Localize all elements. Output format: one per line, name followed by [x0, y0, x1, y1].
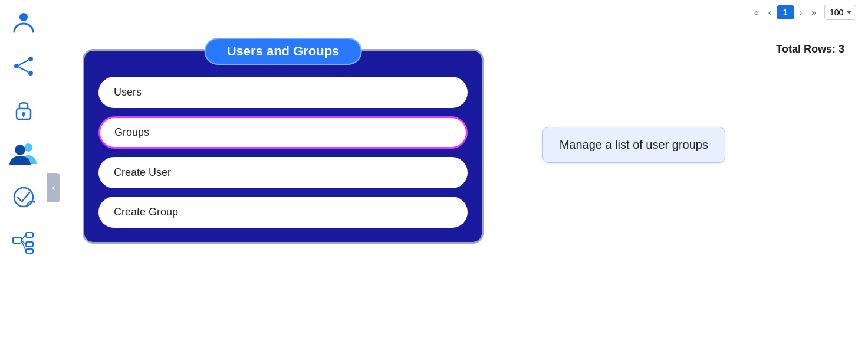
next-page-button[interactable]: ›: [796, 5, 806, 19]
svg-point-8: [24, 143, 32, 152]
content-area: Total Rows: 3 ‹ Users and Groups Users G…: [47, 25, 868, 350]
svg-point-6: [22, 112, 25, 116]
svg-line-16: [21, 235, 26, 240]
svg-point-1: [28, 57, 33, 61]
svg-rect-12: [13, 237, 21, 243]
top-bar: « ‹ 1 › » 10 25 50 100: [47, 0, 868, 25]
svg-point-9: [15, 145, 25, 155]
svg-point-2: [28, 71, 33, 76]
svg-line-4: [19, 67, 28, 72]
menu-card-title: Users and Groups: [205, 38, 362, 65]
menu-card-wrapper: Users and Groups Users Groups Manage a l…: [83, 49, 484, 244]
sidebar-item-user[interactable]: [7, 6, 40, 39]
svg-rect-15: [26, 249, 33, 253]
page-size-select[interactable]: 10 25 50 100: [824, 5, 856, 20]
total-rows-label: Total Rows: 3: [776, 43, 844, 55]
svg-line-3: [19, 60, 28, 65]
svg-point-0: [14, 64, 19, 68]
menu-item-create-user[interactable]: Create User: [98, 157, 468, 188]
svg-rect-13: [26, 233, 33, 237]
menu-items: Users Groups Manage a list of user group…: [98, 77, 468, 228]
pagination-nav: « ‹ 1 › »: [751, 5, 820, 19]
main-content: « ‹ 1 › » 10 25 50 100 Total Rows: 3 ‹ U…: [47, 0, 868, 350]
svg-rect-14: [26, 242, 33, 247]
sidebar-item-folder-tree[interactable]: [7, 224, 40, 257]
prev-page-button[interactable]: ‹: [765, 5, 775, 19]
first-page-button[interactable]: «: [751, 5, 762, 19]
menu-item-users[interactable]: Users: [98, 77, 468, 108]
sidebar: [0, 0, 47, 350]
sidebar-item-lock[interactable]: [7, 93, 40, 126]
svg-point-11: [33, 201, 35, 203]
sidebar-item-verify[interactable]: [7, 181, 40, 214]
groups-tooltip: Manage a list of user groups: [542, 127, 725, 163]
sidebar-item-share[interactable]: [7, 50, 40, 83]
sidebar-item-users-groups[interactable]: [7, 137, 40, 170]
menu-item-groups[interactable]: Groups Manage a list of user groups: [98, 116, 468, 149]
sidebar-toggle-button[interactable]: ‹: [47, 173, 60, 202]
current-page: 1: [777, 5, 794, 19]
menu-item-create-group[interactable]: Create Group: [98, 197, 468, 228]
last-page-button[interactable]: »: [808, 5, 820, 19]
menu-card: Users and Groups Users Groups Manage a l…: [83, 49, 484, 244]
